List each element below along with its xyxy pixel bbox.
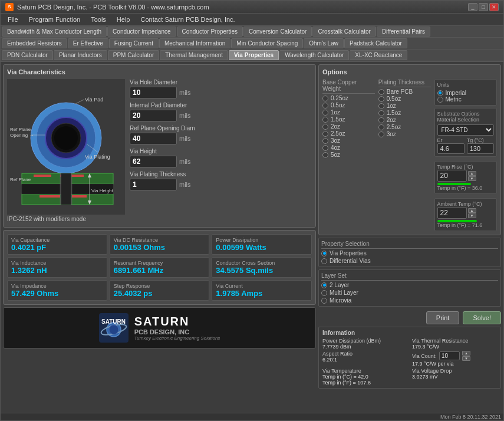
prop-differential-vias[interactable]: Differential Vias (321, 258, 498, 264)
nav-conductor-properties[interactable]: Conductor Properties (177, 27, 243, 37)
via-count-spinners: ▲ ▼ (462, 351, 470, 361)
result-step-response: Step Response 25.4032 ps (110, 280, 210, 301)
layer-microvia[interactable]: Microvia (321, 297, 498, 304)
via-characteristics-section: Via Characteristics Via Pad (3, 64, 316, 228)
plating-3oz[interactable]: 3oz (378, 131, 431, 137)
base-copper-2oz[interactable]: 2oz (322, 123, 375, 130)
base-copper-0.25oz[interactable]: 0.25oz (322, 95, 375, 101)
base-copper-1oz[interactable]: 1oz (322, 109, 375, 116)
nav-padstack[interactable]: Padstack Calculator (344, 38, 407, 48)
substrate-box: Substrate Options Material Selection FR-… (434, 108, 498, 157)
temp-rise-f: Temp in (°F) = 36.0 (437, 185, 495, 191)
layer-2layer[interactable]: 2 Layer (321, 282, 498, 288)
radio-via-properties (321, 251, 327, 256)
internal-pad-input[interactable] (130, 110, 177, 121)
base-copper-5oz[interactable]: 5oz (322, 152, 375, 158)
plating-1oz[interactable]: 1oz (378, 103, 431, 109)
menu-file[interactable]: File (3, 15, 23, 24)
internal-pad-unit: mils (179, 112, 191, 119)
tab-bar: PDN Calculator Planar Inductors PPM Calc… (1, 50, 503, 62)
result-dc-resistance-label: Via DC Resistance (114, 237, 206, 243)
tg-input[interactable] (467, 143, 494, 154)
via-count-input[interactable] (439, 351, 460, 360)
base-copper-4oz[interactable]: 4oz (322, 144, 375, 151)
hole-diameter-input[interactable] (130, 87, 177, 98)
nav-conductor-impedance[interactable]: Conductor Impedance (107, 27, 176, 37)
window-controls: _ □ ✕ (468, 3, 499, 11)
nav-mechanical[interactable]: Mechanical Information (159, 38, 230, 48)
base-copper-col: Base Copper Weight 0.25oz 0.5oz 1oz 1.5o… (322, 79, 375, 231)
layer-options: 2 Layer Multi Layer Microvia (321, 282, 498, 304)
menu-help[interactable]: Help (112, 15, 135, 24)
nav-differential-pairs[interactable]: Differential Pairs (377, 27, 430, 37)
radio-0.5oz (322, 103, 328, 108)
nav-fusing-current[interactable]: Fusing Current (109, 38, 159, 48)
ambient-temp-down[interactable]: ▼ (468, 213, 476, 218)
base-copper-1.5oz[interactable]: 1.5oz (322, 116, 375, 123)
menu-program-function[interactable]: Program Function (24, 15, 85, 24)
units-box: Units Imperial Metric (434, 79, 498, 106)
tab-wavelength[interactable]: Wavelength Calculator (279, 50, 349, 60)
logo-company: SATURN (134, 315, 220, 328)
layer-multilayer[interactable]: Multi Layer (321, 290, 498, 296)
result-via-current-label: Via Current (216, 283, 308, 289)
ref-plane-opening-input[interactable] (130, 133, 177, 144)
tab-via-properties[interactable]: Via Properties (229, 50, 279, 60)
tab-thermal[interactable]: Thermal Management (160, 50, 228, 60)
temp-rise-input[interactable] (437, 170, 467, 182)
plating-2.5oz[interactable]: 2.5oz (378, 124, 431, 130)
radio-2layer (321, 282, 327, 288)
nav-conversion[interactable]: Conversion Calculator (243, 27, 312, 37)
ambient-temp-input[interactable] (437, 207, 467, 219)
temp-rise-down[interactable]: ▼ (468, 176, 476, 181)
ref-plane-opening-label: Ref Plane Opening Diam (130, 125, 312, 131)
via-count-up[interactable]: ▲ (462, 351, 470, 356)
nav-bandwidth[interactable]: Bandwidth & Max Conductor Length (2, 27, 107, 37)
base-copper-0.5oz[interactable]: 0.5oz (322, 102, 375, 108)
substrate-select[interactable]: FR-4 STD (437, 124, 495, 136)
ambient-temp-up[interactable]: ▲ (468, 208, 476, 213)
via-height-input[interactable] (130, 156, 177, 167)
result-power-dissipation-label: Power Dissipation (216, 237, 308, 243)
prop-via-properties[interactable]: Via Properties (321, 250, 498, 256)
tab-xl-xc[interactable]: XL-XC Reactance (350, 50, 407, 60)
result-resonant-freq-label: Resonant Frequency (114, 260, 206, 266)
info-via-count: Via Count: ▲ ▼ 17.9 °C/W per via (412, 351, 497, 367)
menu-contact[interactable]: Contact Saturn PCB Design, Inc. (136, 15, 239, 24)
units-imperial[interactable]: Imperial (437, 90, 495, 96)
temp-rise-up[interactable]: ▲ (468, 171, 476, 176)
result-impedance: Via Impedance 57.429 Ohms (7, 280, 107, 301)
nav-ohms-law[interactable]: Ohm's Law (304, 38, 344, 48)
er-tg-row: Er Tg (°C) (437, 137, 495, 154)
base-copper-3oz[interactable]: 3oz (322, 137, 375, 144)
via-count-down[interactable]: ▼ (462, 356, 470, 361)
logo-text: SATURN PCB DESIGN, INC Turnkey Electroni… (134, 315, 220, 341)
minimize-button[interactable]: _ (468, 3, 477, 11)
close-button[interactable]: ✕ (489, 3, 499, 11)
plating-thickness-input[interactable] (130, 179, 177, 190)
plating-bare-pcb[interactable]: Bare PCB (378, 88, 431, 95)
maximize-button[interactable]: □ (479, 3, 488, 11)
base-copper-2.5oz[interactable]: 2.5oz (322, 130, 375, 137)
result-via-current: Via Current 1.9785 Amps (212, 280, 312, 301)
nav-crosstalk[interactable]: Crosstalk Calculator (312, 27, 375, 37)
nav-min-conductor[interactable]: Min Conductor Spacing (231, 38, 303, 48)
radio-1.5oz (322, 117, 328, 123)
internal-pad-label: Internal Pad Diameter (130, 102, 312, 108)
tab-planar[interactable]: Planar Inductors (54, 50, 107, 60)
nav-er-effective[interactable]: Er Effective (68, 38, 108, 48)
tab-pdn[interactable]: PDN Calculator (2, 50, 53, 60)
print-button[interactable]: Print (426, 311, 460, 324)
radio-bare-pcb (378, 89, 384, 95)
tab-ppm[interactable]: PPM Calculator (108, 50, 159, 60)
menu-tools[interactable]: Tools (86, 15, 111, 24)
units-metric[interactable]: Metric (437, 96, 495, 103)
result-power-dissipation-value: 0.00599 Watts (216, 243, 308, 252)
nav-embedded-resistors[interactable]: Embedded Resistors (2, 38, 67, 48)
plating-2oz[interactable]: 2oz (378, 117, 431, 123)
plating-0.5oz[interactable]: 0.5oz (378, 96, 431, 102)
svg-text:Ref Plane: Ref Plane (10, 177, 31, 182)
plating-1.5oz[interactable]: 1.5oz (378, 110, 431, 116)
er-input[interactable] (437, 143, 465, 154)
solve-button[interactable]: Solve! (463, 311, 501, 324)
